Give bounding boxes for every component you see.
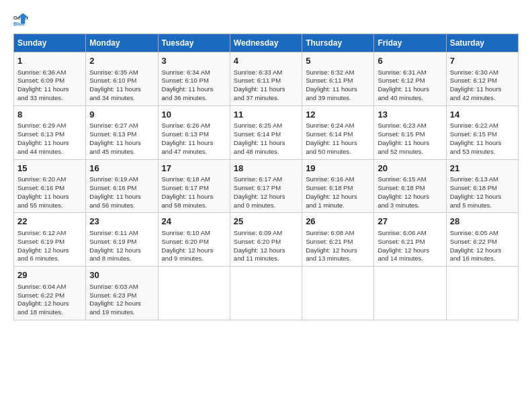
header-cell-wednesday: Wednesday: [230, 34, 302, 52]
calendar-cell: 26Sunrise: 6:08 AMSunset: 6:21 PMDayligh…: [302, 213, 374, 267]
calendar-cell: 17Sunrise: 6:18 AMSunset: 6:17 PMDayligh…: [158, 159, 230, 213]
day-info: Daylight: 11 hours: [378, 85, 442, 94]
day-number: 1: [17, 55, 82, 67]
day-info: Daylight: 11 hours: [378, 139, 442, 148]
day-number: 27: [378, 216, 442, 228]
day-info: Sunset: 6:11 PM: [306, 77, 370, 85]
calendar-cell: 18Sunrise: 6:17 AMSunset: 6:17 PMDayligh…: [230, 159, 302, 213]
day-info: and 48 minutes.: [234, 148, 298, 156]
day-info: Sunrise: 6:27 AM: [89, 122, 154, 130]
day-info: and 40 minutes.: [378, 94, 442, 103]
calendar-table: SundayMondayTuesdayWednesdayThursdayFrid…: [13, 34, 519, 320]
day-number: 19: [306, 163, 370, 175]
day-number: 28: [450, 216, 515, 228]
day-info: Sunrise: 6:20 AM: [17, 175, 82, 184]
day-info: Sunset: 6:09 PM: [17, 77, 82, 85]
day-info: Daylight: 11 hours: [89, 139, 154, 148]
calendar-cell: 2Sunrise: 6:35 AMSunset: 6:10 PMDaylight…: [86, 52, 158, 106]
calendar-cell: 3Sunrise: 6:34 AMSunset: 6:10 PMDaylight…: [158, 52, 230, 106]
calendar-cell: 30Sunrise: 6:03 AMSunset: 6:23 PMDayligh…: [86, 267, 158, 320]
day-info: Daylight: 11 hours: [89, 85, 154, 94]
day-number: 6: [378, 55, 442, 67]
header-cell-sunday: Sunday: [14, 34, 86, 52]
day-info: Sunset: 6:17 PM: [234, 184, 298, 193]
day-info: Sunrise: 6:23 AM: [378, 122, 442, 130]
day-info: Daylight: 12 hours: [450, 246, 515, 255]
day-info: Daylight: 11 hours: [450, 139, 515, 148]
day-info: Sunrise: 6:30 AM: [450, 68, 515, 77]
header: General Blue: [13, 12, 519, 27]
calendar-cell: 20Sunrise: 6:15 AMSunset: 6:18 PMDayligh…: [374, 159, 446, 213]
day-info: and 18 minutes.: [17, 308, 82, 317]
calendar-cell: [302, 267, 374, 320]
day-info: and 3 minutes.: [378, 201, 442, 210]
day-number: 5: [306, 55, 370, 67]
day-info: Sunset: 6:22 PM: [17, 291, 82, 300]
day-info: Sunset: 6:21 PM: [306, 238, 370, 246]
day-info: and 52 minutes.: [378, 148, 442, 156]
day-info: Sunset: 6:16 PM: [89, 184, 154, 193]
day-info: Sunset: 6:20 PM: [234, 238, 298, 246]
day-info: and 53 minutes.: [450, 148, 515, 156]
day-info: Sunset: 6:23 PM: [89, 291, 154, 300]
day-number: 7: [450, 55, 515, 67]
day-info: Sunset: 6:17 PM: [162, 184, 226, 193]
day-info: and 39 minutes.: [306, 94, 370, 103]
header-cell-saturday: Saturday: [446, 34, 518, 52]
day-info: and 37 minutes.: [234, 94, 298, 103]
day-info: Daylight: 11 hours: [234, 139, 298, 148]
calendar-cell: 27Sunrise: 6:06 AMSunset: 6:21 PMDayligh…: [374, 213, 446, 267]
calendar-cell: 10Sunrise: 6:26 AMSunset: 6:13 PMDayligh…: [158, 105, 230, 159]
week-row-4: 22Sunrise: 6:12 AMSunset: 6:19 PMDayligh…: [14, 213, 519, 267]
day-info: Daylight: 11 hours: [17, 139, 82, 148]
day-info: Daylight: 11 hours: [306, 85, 370, 94]
day-info: Sunrise: 6:22 AM: [450, 122, 515, 130]
day-info: Sunrise: 6:31 AM: [378, 68, 442, 77]
day-info: and 47 minutes.: [162, 148, 226, 156]
calendar-cell: 14Sunrise: 6:22 AMSunset: 6:15 PMDayligh…: [446, 105, 518, 159]
day-info: Sunrise: 6:26 AM: [162, 122, 226, 130]
calendar-cell: 4Sunrise: 6:33 AMSunset: 6:11 PMDaylight…: [230, 52, 302, 106]
day-info: Daylight: 11 hours: [162, 139, 226, 148]
day-info: Daylight: 12 hours: [234, 246, 298, 255]
day-info: Sunrise: 6:36 AM: [17, 68, 82, 77]
day-info: Sunset: 6:21 PM: [378, 238, 442, 246]
day-number: 15: [17, 163, 82, 175]
day-info: Sunrise: 6:18 AM: [162, 175, 226, 184]
day-number: 4: [234, 55, 298, 67]
calendar-cell: [230, 267, 302, 320]
day-info: and 36 minutes.: [162, 94, 226, 103]
week-row-5: 29Sunrise: 6:04 AMSunset: 6:22 PMDayligh…: [14, 267, 519, 320]
calendar-cell: 11Sunrise: 6:25 AMSunset: 6:14 PMDayligh…: [230, 105, 302, 159]
calendar-cell: 15Sunrise: 6:20 AMSunset: 6:16 PMDayligh…: [14, 159, 86, 213]
day-info: Sunrise: 6:12 AM: [17, 229, 82, 238]
day-info: Sunrise: 6:25 AM: [234, 122, 298, 130]
day-number: 9: [89, 109, 154, 121]
day-info: Sunset: 6:10 PM: [89, 77, 154, 85]
day-info: Sunrise: 6:06 AM: [378, 229, 442, 238]
calendar-cell: 24Sunrise: 6:10 AMSunset: 6:20 PMDayligh…: [158, 213, 230, 267]
day-info: and 1 minute.: [306, 201, 370, 210]
day-info: Sunrise: 6:24 AM: [306, 122, 370, 130]
day-info: Sunset: 6:14 PM: [306, 130, 370, 139]
day-info: and 11 minutes.: [234, 255, 298, 263]
day-info: Sunrise: 6:10 AM: [162, 229, 226, 238]
day-info: Sunrise: 6:04 AM: [17, 283, 82, 291]
day-info: Daylight: 12 hours: [162, 246, 226, 255]
day-info: Sunset: 6:22 PM: [450, 238, 515, 246]
day-info: Daylight: 12 hours: [378, 246, 442, 255]
calendar-cell: 8Sunrise: 6:29 AMSunset: 6:13 PMDaylight…: [14, 105, 86, 159]
day-number: 16: [89, 163, 154, 175]
day-number: 11: [234, 109, 298, 121]
week-row-3: 15Sunrise: 6:20 AMSunset: 6:16 PMDayligh…: [14, 159, 519, 213]
day-info: Sunrise: 6:34 AM: [162, 68, 226, 77]
day-info: Sunset: 6:14 PM: [234, 130, 298, 139]
day-info: Daylight: 12 hours: [450, 193, 515, 201]
day-info: Daylight: 11 hours: [89, 193, 154, 201]
day-info: Daylight: 11 hours: [162, 85, 226, 94]
day-info: Sunset: 6:19 PM: [89, 238, 154, 246]
day-info: and 34 minutes.: [89, 94, 154, 103]
day-info: Sunrise: 6:13 AM: [450, 175, 515, 184]
day-info: Sunrise: 6:16 AM: [306, 175, 370, 184]
day-info: and 8 minutes.: [89, 255, 154, 263]
